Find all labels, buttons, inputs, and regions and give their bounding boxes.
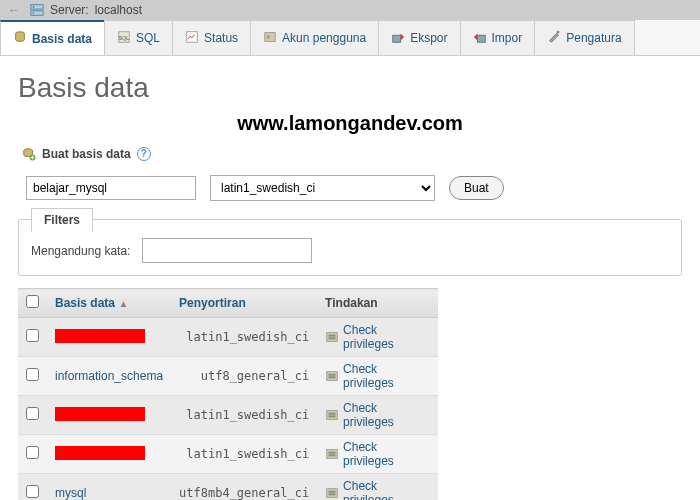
collation-select[interactable]: latin1_swedish_ci: [210, 175, 435, 201]
action-label: Check privileges: [343, 479, 430, 500]
col-action: Tindakan: [317, 289, 438, 318]
check-privileges-link[interactable]: Check privileges: [325, 401, 430, 429]
ekspor-icon: [391, 30, 405, 47]
filters-panel: Filters Mengandung kata:: [18, 219, 682, 276]
filter-input[interactable]: [142, 238, 312, 263]
svg-rect-10: [393, 35, 401, 42]
tab-label: Akun pengguna: [282, 31, 366, 45]
db-link[interactable]: information_schema: [55, 369, 163, 383]
table-row: latin1_swedish_ci Check privileges: [18, 435, 438, 474]
redacted-db-name: [55, 407, 145, 421]
akun-pengguna-icon: [263, 30, 277, 47]
impor-icon: [473, 30, 487, 47]
server-icon: [30, 3, 44, 17]
table-row: latin1_swedish_ci Check privileges: [18, 318, 438, 357]
status-icon: [185, 30, 199, 47]
server-label: Server:: [50, 3, 89, 17]
table-row: mysqlutf8mb4_general_ci Check privileges: [18, 474, 438, 501]
tab-label: Pengatura: [566, 31, 621, 45]
privileges-icon: [325, 408, 339, 422]
col-database[interactable]: Basis data ▲: [47, 289, 171, 318]
collation-value: utf8_general_ci: [171, 357, 317, 396]
tab-label: Basis data: [32, 32, 92, 46]
db-link[interactable]: mysql: [55, 486, 86, 500]
basis-data-icon: [13, 30, 27, 47]
page-title: Basis data: [18, 72, 682, 104]
tab-akun-pengguna[interactable]: Akun pengguna: [250, 20, 379, 55]
help-icon[interactable]: ?: [137, 147, 151, 161]
db-table: Basis data ▲ Penyortiran Tindakan latin1…: [18, 288, 438, 500]
create-button[interactable]: Buat: [449, 176, 504, 200]
action-label: Check privileges: [343, 401, 430, 429]
svg-rect-7: [187, 31, 198, 42]
database-add-icon: [22, 147, 36, 161]
redacted-db-name: [55, 329, 145, 343]
main-tabs: Basis dataSQLSQLStatusAkun penggunaEkspo…: [0, 20, 700, 56]
sql-icon: SQL: [117, 30, 131, 47]
filters-tab[interactable]: Filters: [31, 208, 93, 232]
tab-label: Ekspor: [410, 31, 447, 45]
redacted-db-name: [55, 446, 145, 460]
privileges-icon: [325, 369, 339, 383]
tab-impor[interactable]: Impor: [460, 20, 536, 55]
svg-rect-11: [477, 35, 485, 42]
svg-point-9: [267, 35, 271, 39]
action-label: Check privileges: [343, 440, 430, 468]
watermark: www.lamongandev.com: [18, 112, 682, 135]
table-row: information_schemautf8_general_ci Check …: [18, 357, 438, 396]
row-checkbox[interactable]: [26, 485, 39, 498]
tab-label: Impor: [492, 31, 523, 45]
action-label: Check privileges: [343, 362, 430, 390]
check-privileges-link[interactable]: Check privileges: [325, 440, 430, 468]
svg-point-3: [33, 12, 35, 14]
tab-label: SQL: [136, 31, 160, 45]
pengatura-icon: [547, 30, 561, 47]
action-label: Check privileges: [343, 323, 430, 351]
tab-basis-data[interactable]: Basis data: [0, 20, 105, 55]
sort-asc-icon: ▲: [118, 298, 128, 309]
filter-label: Mengandung kata:: [31, 244, 130, 258]
tab-ekspor[interactable]: Ekspor: [378, 20, 460, 55]
check-privileges-link[interactable]: Check privileges: [325, 323, 430, 351]
collation-value: latin1_swedish_ci: [171, 435, 317, 474]
row-checkbox[interactable]: [26, 368, 39, 381]
tab-sql[interactable]: SQLSQL: [104, 20, 173, 55]
svg-rect-12: [557, 30, 560, 33]
svg-text:SQL: SQL: [119, 34, 130, 40]
tab-label: Status: [204, 31, 238, 45]
create-db-heading: Buat basis data ?: [22, 147, 682, 161]
row-checkbox[interactable]: [26, 407, 39, 420]
tab-pengatura[interactable]: Pengatura: [534, 20, 634, 55]
tab-status[interactable]: Status: [172, 20, 251, 55]
svg-point-2: [33, 6, 35, 8]
privileges-icon: [325, 486, 339, 500]
select-all-checkbox[interactable]: [26, 295, 39, 308]
row-checkbox[interactable]: [26, 329, 39, 342]
row-checkbox[interactable]: [26, 446, 39, 459]
breadcrumb: ← Server: localhost: [0, 0, 700, 20]
back-arrow[interactable]: ←: [8, 3, 24, 17]
privileges-icon: [325, 330, 339, 344]
server-name: localhost: [95, 3, 142, 17]
col-collation[interactable]: Penyortiran: [171, 289, 317, 318]
check-privileges-link[interactable]: Check privileges: [325, 479, 430, 500]
table-row: latin1_swedish_ci Check privileges: [18, 396, 438, 435]
collation-value: latin1_swedish_ci: [171, 318, 317, 357]
privileges-icon: [325, 447, 339, 461]
collation-value: latin1_swedish_ci: [171, 396, 317, 435]
check-privileges-link[interactable]: Check privileges: [325, 362, 430, 390]
db-name-input[interactable]: [26, 176, 196, 200]
create-db-title: Buat basis data: [42, 147, 131, 161]
collation-value: utf8mb4_general_ci: [171, 474, 317, 501]
